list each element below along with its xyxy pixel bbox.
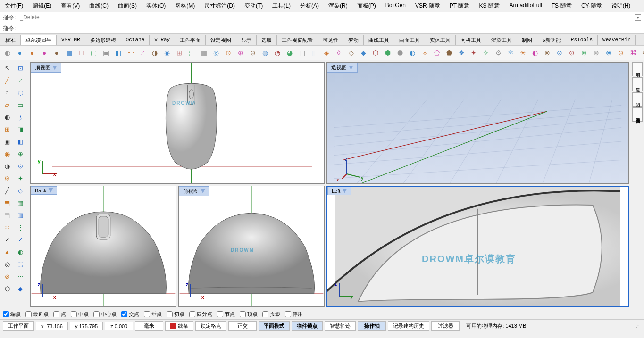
viewport-left-header[interactable]: Left: [327, 187, 351, 195]
dropdown-icon[interactable]: [48, 188, 53, 193]
osnap-option[interactable]: 端点: [3, 311, 21, 318]
toolbar-tab[interactable]: 标准: [0, 35, 21, 45]
toolbar-button[interactable]: ●: [14, 47, 25, 58]
osnap-checkbox[interactable]: [53, 311, 59, 317]
toolbar-button[interactable]: ◉: [161, 47, 173, 58]
toolbar-button[interactable]: ●: [39, 47, 50, 58]
toolbox-button[interactable]: ⊕: [14, 148, 26, 159]
toolbar-button[interactable]: ⬟: [443, 47, 455, 58]
toolbar-button[interactable]: ◕: [284, 47, 295, 58]
toolbar-button[interactable]: ✦: [468, 47, 479, 58]
toolbox-button[interactable]: ⋯: [14, 271, 26, 282]
osnap-option[interactable]: 切点: [167, 311, 184, 318]
viewport-front-header[interactable]: 前视图: [179, 186, 209, 196]
toolbar-tab[interactable]: V-Ray: [149, 35, 175, 45]
toolbar-button[interactable]: ⊕: [235, 47, 246, 58]
toolbar-button[interactable]: ⊛: [591, 47, 602, 58]
menu-item[interactable]: 查看(V): [58, 1, 83, 11]
toolbar-button[interactable]: ▤: [296, 47, 308, 58]
viewport-left-body[interactable]: DROWM卓尔谟教育: [327, 187, 628, 306]
menu-item[interactable]: PT-随意: [447, 1, 473, 11]
status-toggle[interactable]: 平面模式: [259, 321, 290, 331]
toolbar-button[interactable]: ◈: [321, 47, 332, 58]
osnap-checkbox[interactable]: [93, 311, 100, 317]
menu-item[interactable]: BoltGen: [383, 1, 409, 11]
toolbar-tab[interactable]: 制图: [517, 35, 537, 45]
toolbar-button[interactable]: ⎔: [640, 47, 644, 58]
toolbar-tab[interactable]: 设定视图: [205, 35, 236, 45]
command-input[interactable]: [17, 24, 641, 33]
toolbox-button[interactable]: ⊞: [1, 124, 13, 135]
osnap-checkbox[interactable]: [285, 311, 291, 317]
menu-item[interactable]: KS-随意: [476, 1, 502, 11]
toolbar-button[interactable]: ◍: [259, 47, 271, 58]
toolbox-button[interactable]: ⊗: [1, 271, 13, 282]
osnap-option[interactable]: 中心点: [93, 311, 117, 318]
toolbar-button[interactable]: ❖: [456, 47, 467, 58]
toolbar-button[interactable]: ⬣: [394, 47, 406, 58]
toolbar-button[interactable]: ⊞: [174, 47, 185, 58]
status-toggle[interactable]: 智慧轨迹: [325, 321, 356, 331]
toolbar-button[interactable]: ⌘: [627, 47, 639, 58]
toolbar-tab[interactable]: 实体工具: [425, 35, 456, 45]
toolbar-button[interactable]: ◐: [2, 47, 13, 58]
toolbar-button[interactable]: ⊙: [223, 47, 234, 58]
osnap-checkbox[interactable]: [167, 311, 173, 317]
viewport-back[interactable]: Back x z: [30, 186, 176, 307]
toolbar-button[interactable]: ⚛: [505, 47, 516, 58]
toolbox-button[interactable]: ∷: [1, 222, 13, 233]
toolbar-button[interactable]: ▦: [309, 47, 320, 58]
toolbox-button[interactable]: ⊡: [14, 62, 26, 74]
toolbox-button[interactable]: ▭: [14, 99, 26, 110]
toolbar-button[interactable]: ⊜: [603, 47, 614, 58]
viewport-persp-body[interactable]: [327, 63, 628, 183]
toolbar-button[interactable]: ●: [26, 47, 38, 58]
toolbar-button[interactable]: ◐: [407, 47, 418, 58]
viewport-left[interactable]: Left DROWM卓尔谟教育 y z: [326, 186, 629, 307]
osnap-option[interactable]: 垂点: [144, 311, 162, 318]
toolbar-tab[interactable]: 网格工具: [455, 35, 486, 45]
status-toggle[interactable]: 过滤器: [431, 321, 460, 331]
menu-item[interactable]: 说明(H): [609, 1, 634, 11]
toolbar-tab[interactable]: 曲线工具: [363, 35, 394, 45]
osnap-checkbox[interactable]: [3, 311, 9, 317]
toolbar-button[interactable]: ◊: [333, 47, 344, 58]
command-options-icon[interactable]: ▸: [635, 14, 641, 21]
toolbar-button[interactable]: ✧: [480, 47, 492, 58]
toolbox-button[interactable]: ◐: [14, 246, 26, 257]
menu-item[interactable]: TS-随意: [549, 1, 575, 11]
toolbar-button[interactable]: ⊘: [554, 47, 565, 58]
toolbar-tab[interactable]: 显示: [236, 35, 257, 45]
osnap-option[interactable]: 交点: [121, 311, 139, 318]
dropdown-icon[interactable]: [342, 189, 347, 193]
toolbar-tab[interactable]: 卓尔谟犀牛: [20, 35, 57, 45]
osnap-option[interactable]: 四分点: [189, 311, 212, 318]
viewport-top[interactable]: 顶视图 DROWM: [30, 62, 325, 184]
status-toggle[interactable]: 正交: [228, 321, 257, 331]
menu-item[interactable]: ArmadilloFull: [506, 1, 544, 11]
toolbox-button[interactable]: ◐: [1, 111, 13, 123]
toolbox-button[interactable]: ⋮: [14, 222, 26, 233]
menu-item[interactable]: 面板(P): [354, 1, 379, 11]
menu-item[interactable]: CY-随意: [578, 1, 605, 11]
toolbar-button[interactable]: ⬠: [431, 47, 443, 58]
toolbar-button[interactable]: ◧: [112, 47, 124, 58]
status-cplane[interactable]: 工作平面: [3, 321, 34, 331]
viewport-front[interactable]: 前视图 DROWM x z: [178, 186, 325, 307]
toolbox-button[interactable]: ⚙: [1, 173, 13, 184]
toolbox-button[interactable]: ◆: [14, 283, 26, 294]
toolbar-tab[interactable]: WeaverBir: [597, 35, 636, 45]
toolbar-tab[interactable]: PsTools: [566, 35, 598, 45]
toolbar-button[interactable]: ◔: [272, 47, 283, 58]
menu-item[interactable]: 编辑(E): [30, 1, 54, 11]
toolbar-button[interactable]: ◆: [358, 47, 369, 58]
toolbar-tab[interactable]: 选取: [256, 35, 277, 45]
toolbar-button[interactable]: ●: [51, 47, 62, 58]
toolbox-button[interactable]: ✓: [14, 234, 26, 245]
status-toggle[interactable]: 操作轴: [358, 321, 386, 331]
toolbar-button[interactable]: ◇: [345, 47, 357, 58]
toolbar-button[interactable]: ◑: [149, 47, 160, 58]
osnap-checkbox[interactable]: [217, 311, 223, 317]
toolbox-button[interactable]: ◑: [1, 160, 13, 172]
viewport-top-body[interactable]: DROWM: [31, 63, 324, 183]
